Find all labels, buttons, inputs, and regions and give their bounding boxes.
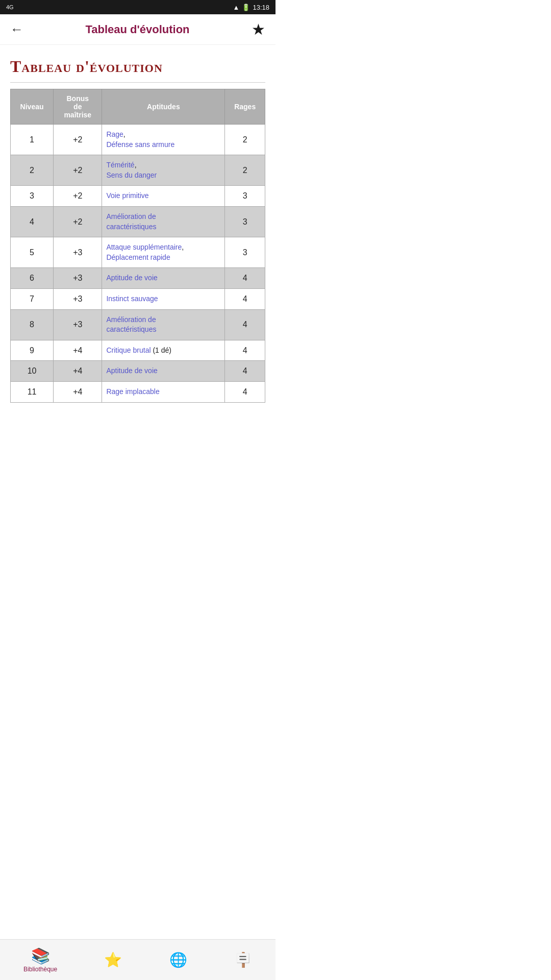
evolution-table: Niveau Bonusdemaîtrise Aptitudes Rages 1…: [10, 89, 265, 403]
cell-rages: 4: [225, 381, 265, 402]
cell-rages: 4: [225, 268, 265, 289]
cell-niveau: 7: [11, 288, 54, 309]
cell-bonus: +2: [54, 125, 102, 155]
cell-bonus: +4: [54, 381, 102, 402]
cell-rages: 2: [225, 125, 265, 155]
page-heading-section: Tableau d'évolution: [0, 45, 276, 82]
cell-rages: 3: [225, 186, 265, 207]
cell-niveau: 5: [11, 237, 54, 268]
cell-rages: 3: [225, 237, 265, 268]
bookmark-button[interactable]: ★: [252, 20, 265, 38]
aptitude-link[interactable]: Critique brutal: [106, 346, 151, 354]
cell-bonus: +2: [54, 186, 102, 207]
table-row: 8 +3 Amélioration decaractéristiques 4: [11, 309, 265, 340]
col-aptitudes: Aptitudes: [102, 89, 225, 125]
cell-bonus: +3: [54, 237, 102, 268]
table-row: 10 +4 Aptitude de voie 4: [11, 361, 265, 382]
cell-rages: 3: [225, 206, 265, 237]
page-title: Tableau d'évolution: [85, 23, 189, 36]
cell-rages: 4: [225, 288, 265, 309]
cell-aptitudes: Amélioration decaractéristiques: [102, 309, 225, 340]
col-niveau: Niveau: [11, 89, 54, 125]
cell-aptitudes: Témérité, Sens du danger: [102, 155, 225, 186]
cell-aptitudes: Critique brutal (1 dé): [102, 340, 225, 361]
table-row: 4 +2 Amélioration decaractéristiques 3: [11, 206, 265, 237]
divider: [10, 82, 265, 83]
col-rages: Rages: [225, 89, 265, 125]
cell-bonus: +2: [54, 155, 102, 186]
aptitude-link[interactable]: Défense sans armure: [106, 140, 174, 149]
cell-aptitudes: Aptitude de voie: [102, 361, 225, 382]
cell-rages: 4: [225, 309, 265, 340]
table-row: 6 +3 Aptitude de voie 4: [11, 268, 265, 289]
table-row: 3 +2 Voie primitive 3: [11, 186, 265, 207]
cell-niveau: 8: [11, 309, 54, 340]
status-icons: ▲ 🔋 13:18: [233, 4, 269, 11]
cell-bonus: +3: [54, 309, 102, 340]
aptitude-link[interactable]: Rage: [106, 130, 123, 138]
cell-rages: 4: [225, 361, 265, 382]
aptitude-link[interactable]: Déplacement rapide: [106, 253, 170, 261]
cell-bonus: +3: [54, 268, 102, 289]
table-row: 2 +2 Témérité, Sens du danger 2: [11, 155, 265, 186]
table-header-row: Niveau Bonusdemaîtrise Aptitudes Rages: [11, 89, 265, 125]
cell-bonus: +4: [54, 340, 102, 361]
signal-label: 4G: [6, 4, 14, 10]
cell-bonus: +2: [54, 206, 102, 237]
table-row: 7 +3 Instinct sauvage 4: [11, 288, 265, 309]
aptitude-link[interactable]: Aptitude de voie: [106, 366, 157, 375]
cell-aptitudes: Voie primitive: [102, 186, 225, 207]
cell-niveau: 1: [11, 125, 54, 155]
cell-rages: 2: [225, 155, 265, 186]
status-bar: 4G ▲ 🔋 13:18: [0, 0, 276, 14]
aptitude-link[interactable]: Rage implacable: [106, 387, 159, 396]
cell-bonus: +3: [54, 288, 102, 309]
aptitude-link[interactable]: Amélioration decaractéristiques: [106, 212, 156, 231]
cell-aptitudes: Instinct sauvage: [102, 288, 225, 309]
cell-niveau: 10: [11, 361, 54, 382]
aptitude-link[interactable]: Attaque supplémentaire: [106, 243, 182, 251]
table-row: 11 +4 Rage implacable 4: [11, 381, 265, 402]
aptitude-link[interactable]: Aptitude de voie: [106, 274, 157, 282]
cell-niveau: 11: [11, 381, 54, 402]
signal-icon: ▲: [233, 4, 240, 11]
cell-rages: 4: [225, 340, 265, 361]
cell-aptitudes: Aptitude de voie: [102, 268, 225, 289]
cell-aptitudes: Amélioration decaractéristiques: [102, 206, 225, 237]
back-button[interactable]: ←: [10, 22, 23, 37]
aptitude-extra: (1 dé): [153, 346, 171, 354]
page-main-title: Tableau d'évolution: [10, 57, 265, 76]
cell-niveau: 3: [11, 186, 54, 207]
cell-aptitudes: Rage, Défense sans armure: [102, 125, 225, 155]
battery-icon: 🔋: [242, 4, 250, 11]
aptitude-link[interactable]: Amélioration decaractéristiques: [106, 315, 156, 334]
cell-niveau: 9: [11, 340, 54, 361]
top-bar: ← Tableau d'évolution ★: [0, 14, 276, 45]
cell-niveau: 4: [11, 206, 54, 237]
cell-niveau: 2: [11, 155, 54, 186]
aptitude-link[interactable]: Témérité: [106, 161, 134, 169]
time-label: 13:18: [253, 4, 269, 11]
table-row: 9 +4 Critique brutal (1 dé) 4: [11, 340, 265, 361]
table-row: 1 +2 Rage, Défense sans armure 2: [11, 125, 265, 155]
aptitude-link[interactable]: Voie primitive: [106, 191, 148, 200]
table-row: 5 +3 Attaque supplémentaire, Déplacement…: [11, 237, 265, 268]
aptitude-link[interactable]: Instinct sauvage: [106, 295, 158, 303]
cell-niveau: 6: [11, 268, 54, 289]
cell-bonus: +4: [54, 361, 102, 382]
cell-aptitudes: Attaque supplémentaire, Déplacement rapi…: [102, 237, 225, 268]
evolution-table-container: Niveau Bonusdemaîtrise Aptitudes Rages 1…: [0, 89, 276, 408]
aptitude-link[interactable]: Sens du danger: [106, 171, 157, 179]
cell-aptitudes: Rage implacable: [102, 381, 225, 402]
col-bonus: Bonusdemaîtrise: [54, 89, 102, 125]
